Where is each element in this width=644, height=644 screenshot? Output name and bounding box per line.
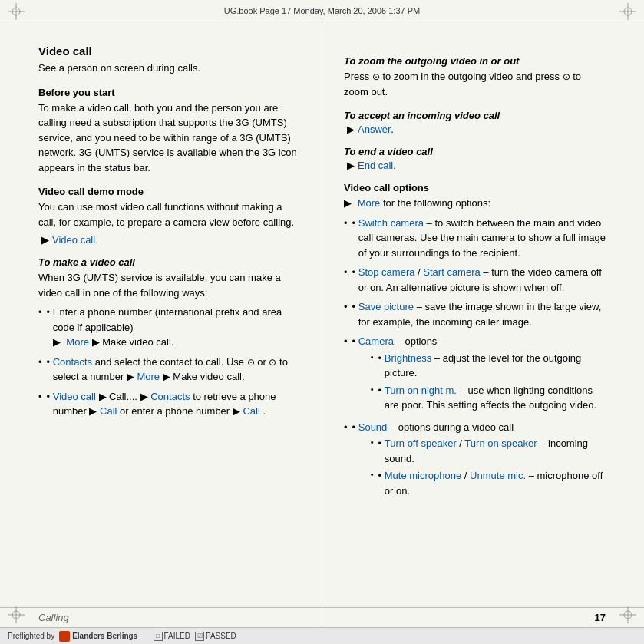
slash3: / <box>464 470 467 481</box>
accept-call-period: . <box>391 124 394 135</box>
br-registration <box>619 606 636 626</box>
sub-list-content: Turn off speaker / Turn on speaker – inc… <box>385 436 606 466</box>
left-column: Video call See a person on screen during… <box>0 21 322 627</box>
sub-bullet-icon: • <box>378 468 385 484</box>
list-item: • Mute microphone / Unmute mic. – microp… <box>371 468 606 498</box>
call-link[interactable]: Call <box>100 405 117 417</box>
preflight-bar: Preflighted by Elanders Berlings □ FAILE… <box>0 627 644 644</box>
bullet1-arrow2: ▶ Make video call. <box>92 336 174 348</box>
contacts-link[interactable]: Contacts <box>53 356 92 368</box>
save-picture-link[interactable]: Save picture <box>358 301 414 312</box>
arrow-icon: ▶ <box>53 336 64 348</box>
sub-bullet-icon: • <box>378 351 385 366</box>
night-mode-link[interactable]: Turn on night m. <box>385 385 457 396</box>
zoom-body: Press ⊙ to zoom in the outgoing video an… <box>344 69 606 99</box>
list-item-content: Sound – options during a video call • Tu… <box>358 420 606 501</box>
list-item: • Contacts and select the contact to cal… <box>38 355 300 385</box>
zoom-text-2: to zoom in the outgoing video and press <box>382 71 562 82</box>
switch-camera-link[interactable]: Switch camera <box>358 217 424 229</box>
list-item-content: Contacts and select the contact to call.… <box>53 355 300 385</box>
more-link-options[interactable]: More <box>358 197 381 209</box>
demo-mode-body: You can use most video call functions wi… <box>38 200 300 230</box>
demo-mode-arrow: ▶ Video call . <box>38 234 300 246</box>
call-link-2[interactable]: Call <box>243 405 259 417</box>
bullet-icon: • <box>47 305 53 320</box>
make-video-call-heading: To make a video call <box>38 256 300 268</box>
list-item-content: Stop camera / Start camera – turn the vi… <box>358 265 606 295</box>
preflight-company: Elanders Berlings <box>72 632 137 640</box>
zoom-icon-1: ⊙ <box>372 71 380 82</box>
turn-on-speaker-link[interactable]: Turn on speaker <box>464 438 537 449</box>
content-area: Video call See a person on screen during… <box>0 21 644 627</box>
list-item-content: Switch camera – to switch between the ma… <box>358 216 606 261</box>
page-container: UG.book Page 17 Monday, March 20, 2006 1… <box>0 0 644 644</box>
preflight-passed: ☑ PASSED <box>195 632 236 641</box>
bullet2-trail: ▶ Make video call. <box>163 371 245 382</box>
page-footer: Calling 17 <box>0 607 644 627</box>
start-camera-link[interactable]: Start camera <box>423 266 480 278</box>
list-item: • Enter a phone number (international pr… <box>38 305 300 350</box>
bullet1-more-link[interactable]: More <box>66 336 89 348</box>
top-bar-text: UG.book Page 17 Monday, March 20, 2006 1… <box>31 6 613 15</box>
answer-link[interactable]: Answer <box>358 124 391 135</box>
preflight-logo-icon <box>59 631 70 642</box>
passed-checkbox: ☑ <box>195 632 204 641</box>
bullet-icon: • <box>47 355 53 370</box>
bl-registration <box>8 606 25 626</box>
footer-section: Calling <box>38 612 69 623</box>
list-item: • Stop camera / Start camera – turn the … <box>344 265 606 295</box>
preflight-separator <box>142 632 148 640</box>
preflight-passed-label: PASSED <box>206 632 236 640</box>
list-item: • Turn on night m. – use when lighting c… <box>371 383 606 413</box>
accept-call-heading: To accept an incoming video call <box>344 110 606 121</box>
unmute-mic-link[interactable]: Unmute mic. <box>470 470 526 481</box>
bullet-icon: • <box>352 216 358 231</box>
nav-icon-2: ⊙ <box>269 357 276 368</box>
options-list: • Switch camera – to switch between the … <box>344 216 606 501</box>
mute-mic-link[interactable]: Mute microphone <box>385 470 461 481</box>
video-call-link[interactable]: Video call <box>53 391 96 402</box>
preflight-label: Preflighted by <box>8 632 54 640</box>
zoom-icon-2: ⊙ <box>563 71 570 82</box>
bullet3-text3: or enter a phone number ▶ <box>120 405 243 417</box>
brightness-link[interactable]: Brightness <box>385 352 431 364</box>
sound-link[interactable]: Sound <box>358 421 388 433</box>
camera-link[interactable]: Camera <box>358 335 394 347</box>
end-call-arrow: ▶ End call . <box>344 160 606 171</box>
turn-off-speaker-link[interactable]: Turn off speaker <box>385 438 457 449</box>
list-item: • Save picture – save the image shown in… <box>344 299 606 329</box>
bullet3-text1: ▶ Call.... ▶ <box>99 391 151 402</box>
stop-camera-link[interactable]: Stop camera <box>358 266 415 278</box>
arrow-icon: ▶ <box>347 124 355 135</box>
arrow-icon: ▶ <box>41 234 49 246</box>
demo-mode-link[interactable]: Video call <box>52 234 95 246</box>
sub-list-content: Brightness – adjust the level for the ou… <box>385 351 606 381</box>
arrow-icon: ▶ <box>347 160 355 171</box>
video-call-options-heading: Video call options <box>344 182 606 193</box>
bullet2-text: and select the contact to call. Use <box>95 356 247 368</box>
end-call-heading: To end a video call <box>344 146 606 157</box>
demo-mode-heading: Video call demo mode <box>38 186 300 197</box>
contacts-link-2[interactable]: Contacts <box>150 391 190 402</box>
arrow-icon: ▶ <box>344 197 355 209</box>
bullet1-text: Enter a phone number (international pref… <box>53 306 282 333</box>
page-title: Video call <box>38 45 300 58</box>
subtitle-line: See a person on screen during calls. <box>38 61 300 76</box>
bullet-icon: • <box>47 389 53 405</box>
bullet-icon: • <box>352 265 358 280</box>
list-item: • Sound – options during a video call • … <box>344 420 606 501</box>
more-link-2[interactable]: More <box>137 371 160 382</box>
sub-bullet-icon: • <box>378 436 385 451</box>
sound-sub-list: • Turn off speaker / Turn on speaker – i… <box>358 436 606 498</box>
before-you-start-heading: Before you start <box>38 87 300 98</box>
before-you-start-body: To make a video call, both you and the p… <box>38 101 300 176</box>
slash1: / <box>418 266 421 278</box>
demo-mode-link-suffix: . <box>95 234 98 246</box>
more-suffix: for the following options: <box>383 197 490 209</box>
sub-list-content: Turn on night m. – use when lighting con… <box>385 383 606 413</box>
footer-page-num: 17 <box>595 612 606 623</box>
camera-text: – options <box>397 335 438 347</box>
end-call-link[interactable]: End call <box>358 160 393 171</box>
bullet-icon: • <box>352 334 358 349</box>
camera-sub-list: • Brightness – adjust the level for the … <box>358 351 606 413</box>
